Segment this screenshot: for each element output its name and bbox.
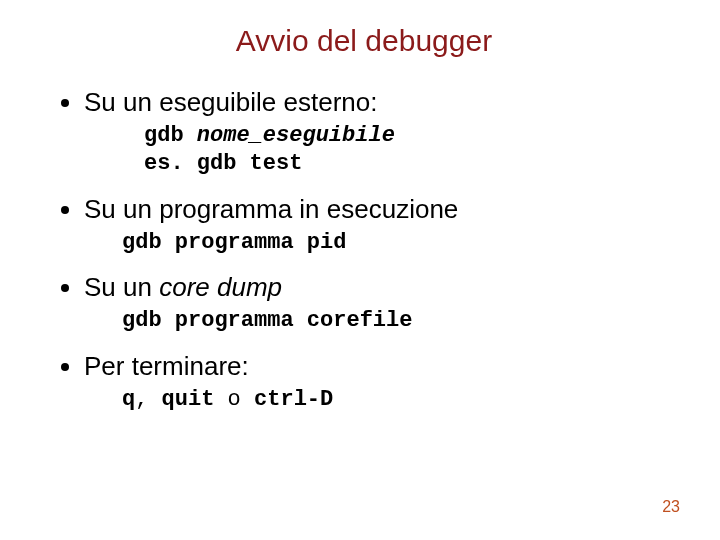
bullet-list: Su un eseguibile esterno: gdb nome_esegu…	[56, 86, 672, 414]
code: quit	[162, 387, 215, 412]
bullet-text: Su un	[84, 272, 159, 302]
code-italic: nome_eseguibile	[197, 123, 395, 148]
bullet-italic: core dump	[159, 272, 282, 302]
code: ,	[135, 387, 161, 412]
code: gdb programma corefile	[122, 308, 412, 333]
code-block: gdb programma pid	[122, 229, 672, 258]
bullet-text: Su un programma in esecuzione	[84, 194, 458, 224]
bullet-text: Per terminare:	[84, 351, 249, 381]
code-block: gdb nome_eseguibile es. gdb test	[144, 122, 672, 179]
slide: Avvio del debugger Su un eseguibile este…	[0, 0, 720, 540]
bullet-text: Su un eseguibile esterno:	[84, 87, 377, 117]
title-text: Avvio del debugger	[236, 24, 492, 57]
code: es. gdb test	[144, 151, 302, 176]
slide-title: Avvio del debugger	[56, 24, 672, 58]
bullet-coredump: Su un core dump gdb programma corefile	[84, 271, 672, 335]
code: ctrl-D	[254, 387, 333, 412]
code-block: gdb programma corefile	[122, 307, 672, 336]
bullet-eseguibile: Su un eseguibile esterno: gdb nome_esegu…	[84, 86, 672, 179]
bullet-terminare: Per terminare: q, quit o ctrl-D	[84, 350, 672, 414]
code: gdb	[144, 123, 197, 148]
code: q	[122, 387, 135, 412]
bullet-programma: Su un programma in esecuzione gdb progra…	[84, 193, 672, 257]
code: o	[214, 387, 254, 412]
code: gdb programma pid	[122, 230, 346, 255]
code-block: q, quit o ctrl-D	[122, 386, 672, 415]
page-number: 23	[662, 498, 680, 516]
